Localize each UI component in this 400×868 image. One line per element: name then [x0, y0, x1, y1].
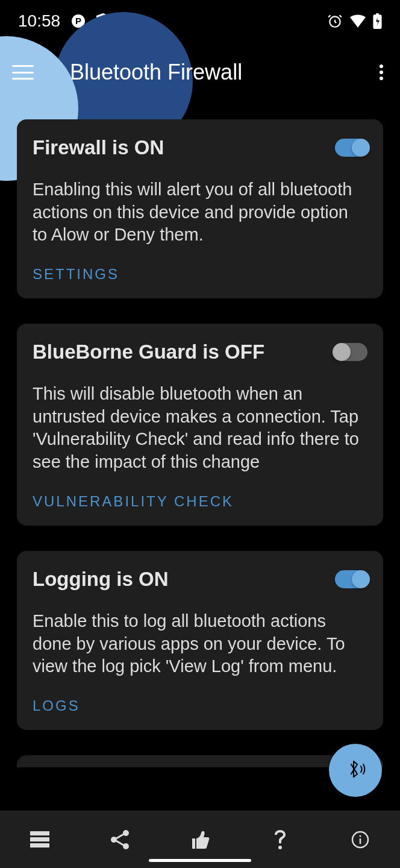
more-icon[interactable] — [375, 60, 388, 85]
wifi-icon — [350, 14, 366, 28]
logging-card-description: Enable this to log all bluetooth actions… — [33, 610, 367, 678]
thumbs-up-icon — [190, 831, 210, 849]
home-indicator[interactable] — [149, 859, 251, 862]
partial-next-card — [17, 755, 383, 767]
svg-line-12 — [116, 841, 123, 845]
svg-rect-6 — [30, 837, 49, 841]
nav-help-button[interactable] — [240, 811, 320, 868]
list-icon — [30, 831, 49, 848]
firewall-toggle[interactable] — [335, 139, 367, 157]
status-bar: 10:58 P — [0, 0, 400, 42]
logging-card: Logging is ON Enable this to log all blu… — [17, 551, 383, 730]
status-bar-right — [327, 13, 382, 29]
menu-icon[interactable] — [12, 65, 34, 80]
share-icon — [111, 830, 129, 849]
bluetooth-fab[interactable] — [329, 744, 382, 797]
status-bar-left: 10:58 P — [18, 11, 110, 31]
svg-point-13 — [278, 846, 282, 849]
svg-point-15 — [359, 835, 361, 837]
firewall-card: Firewall is ON Enabling this will alert … — [17, 119, 383, 298]
logs-button[interactable]: LOGS — [33, 697, 367, 714]
blueborne-card-description: This will disable bluetooth when an untr… — [33, 383, 367, 474]
status-time: 10:58 — [18, 11, 60, 31]
battery-icon — [373, 13, 382, 29]
bluetooth-broadcast-icon — [343, 758, 367, 782]
alarm-icon — [327, 13, 343, 29]
nav-info-button[interactable] — [320, 811, 400, 868]
svg-rect-7 — [30, 843, 49, 848]
info-icon — [351, 831, 369, 849]
blueborne-card: BlueBorne Guard is OFF This will disable… — [17, 324, 383, 526]
nav-list-button[interactable] — [0, 811, 80, 868]
logging-toggle[interactable] — [335, 570, 367, 588]
svg-line-11 — [116, 834, 123, 838]
app-bar: Bluetooth Firewall — [0, 42, 400, 102]
svg-point-8 — [123, 830, 129, 836]
vulnerability-check-button[interactable]: VULNERABILITY CHECK — [33, 493, 367, 510]
parking-icon: P — [71, 14, 86, 28]
svg-rect-5 — [30, 831, 49, 835]
logging-card-title: Logging is ON — [33, 568, 168, 591]
settings-button[interactable]: SETTINGS — [33, 266, 367, 283]
shield-icon — [96, 13, 110, 29]
svg-text:P: P — [75, 16, 81, 26]
svg-point-9 — [111, 837, 117, 843]
blueborne-card-title: BlueBorne Guard is OFF — [33, 341, 264, 363]
blueborne-toggle[interactable] — [335, 343, 367, 361]
firewall-card-description: Enabling this will alert you of all blue… — [33, 178, 367, 247]
help-icon — [273, 830, 287, 849]
svg-point-10 — [123, 843, 129, 849]
main-content: Firewall is ON Enabling this will alert … — [0, 102, 400, 811]
nav-share-button[interactable] — [80, 811, 160, 868]
app-title: Bluetooth Firewall — [70, 60, 375, 85]
firewall-card-title: Firewall is ON — [33, 136, 164, 159]
svg-rect-4 — [376, 13, 379, 16]
